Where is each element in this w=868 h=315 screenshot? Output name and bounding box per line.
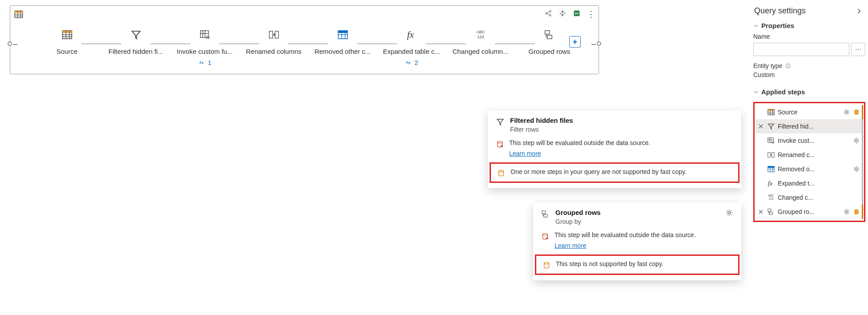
database-orange-icon: [542, 261, 551, 269]
query-diagram: ⋮ Source Filtered hidden fi... Invoke cu…: [10, 5, 599, 74]
applied-step-item[interactable]: Changed c...: [755, 190, 863, 205]
database-icon: [853, 109, 860, 116]
delete-step-icon[interactable]: [757, 123, 764, 130]
chevron-down-icon: [753, 23, 759, 28]
share-icon[interactable]: [544, 9, 552, 19]
learn-more-link[interactable]: Learn more: [509, 150, 541, 157]
info-icon[interactable]: [785, 63, 791, 69]
table-icon: [767, 108, 775, 116]
step-label: Invoke cust...: [778, 137, 850, 144]
powerquery-icon[interactable]: [573, 9, 581, 19]
step-label: Changed c...: [778, 194, 860, 201]
step-label: Removed other c...: [314, 48, 371, 55]
step-label: Removed o...: [778, 166, 850, 173]
step-linked-count[interactable]: 1: [198, 59, 211, 66]
group-icon: [541, 210, 550, 218]
fx-icon: [405, 28, 418, 41]
tooltip2-fastcopy: This step is not supported by fast copy.: [556, 260, 663, 267]
group-icon: [543, 28, 556, 41]
filter-icon: [129, 28, 143, 41]
chevron-right-icon[interactable]: [856, 8, 863, 15]
abc123-icon: [767, 194, 775, 202]
table-icon: [60, 28, 74, 41]
tooltip1-subtitle: Filter rows: [510, 126, 573, 133]
query-settings-panel: Query settings Properties Name ⋯ Entity …: [749, 0, 868, 315]
step-label: Source: [56, 48, 78, 55]
tooltip2-subtitle: Group by: [555, 218, 601, 225]
step-label: Expanded table c...: [383, 48, 440, 55]
rename-cols-icon: [267, 28, 281, 41]
learn-more-link[interactable]: Learn more: [555, 242, 587, 249]
step-label: Changed column...: [453, 48, 509, 55]
applied-step-item[interactable]: Removed o...: [755, 162, 863, 176]
table-blue-icon: [336, 28, 350, 41]
input-connector: [8, 41, 12, 46]
output-connector: [597, 41, 601, 46]
tooltip2-warning: This step will be evaluated outside the …: [555, 231, 696, 238]
filter-icon: [496, 117, 505, 126]
tooltip1-warning: This step will be evaluated outside the …: [509, 139, 651, 146]
rename-cols-icon: [767, 151, 775, 159]
table-fx-icon: [767, 137, 775, 145]
more-vertical-icon[interactable]: ⋮: [587, 10, 595, 18]
applied-step-item[interactable]: Grouped ro...: [755, 205, 863, 219]
database-warning-icon: [496, 140, 504, 148]
gear-icon[interactable]: [853, 166, 860, 173]
sidebar-title: Query settings: [754, 6, 806, 16]
properties-section-header[interactable]: Properties: [753, 20, 865, 33]
diagram-step[interactable]: Filtered hidden fi...: [101, 28, 170, 55]
applied-step-item[interactable]: Invoke cust...: [755, 133, 863, 148]
diagram-step[interactable]: Removed other c...: [308, 28, 377, 55]
diagram-step[interactable]: Source: [32, 28, 101, 55]
step-label: Grouped ro...: [778, 208, 840, 215]
diagram-step[interactable]: Changed column...: [446, 28, 515, 55]
gear-icon[interactable]: [843, 109, 850, 116]
step-label: Expanded t...: [778, 180, 860, 187]
delete-step-icon[interactable]: [757, 208, 764, 215]
steps-row: Source Filtered hidden fi... Invoke cust…: [32, 28, 585, 66]
applied-steps-header[interactable]: Applied steps: [753, 86, 865, 99]
entity-type-label: Entity type: [753, 62, 782, 69]
name-more-button[interactable]: ⋯: [851, 43, 865, 56]
applied-step-item[interactable]: Filtered hid...: [755, 119, 863, 133]
diagram-step[interactable]: Expanded table c... 2: [377, 28, 446, 66]
gear-icon[interactable]: [843, 208, 850, 215]
database-orange-icon: [497, 169, 505, 177]
tooltip-filtered-hidden-files: Filtered hidden files Filter rows This s…: [488, 110, 741, 188]
gear-icon[interactable]: [725, 209, 733, 217]
tooltip1-title: Filtered hidden files: [510, 117, 573, 124]
step-linked-count[interactable]: 2: [405, 59, 418, 66]
table-fx-icon: [198, 28, 212, 41]
applied-steps-list: Source Filtered hid... Invoke cust... Re…: [753, 102, 865, 222]
table-blue-icon: [767, 165, 775, 173]
applied-step-item[interactable]: Renamed c...: [755, 148, 863, 162]
database-warning-icon: [541, 232, 549, 240]
applied-step-item[interactable]: Expanded t...: [755, 176, 863, 190]
collapse-icon[interactable]: [559, 9, 567, 19]
step-label: Invoke custom fu...: [177, 48, 233, 55]
table-icon: [14, 9, 24, 19]
database-icon: [853, 208, 860, 215]
step-label: Source: [778, 109, 840, 116]
step-label: Filtered hidden fi...: [108, 48, 163, 55]
name-input[interactable]: [753, 43, 849, 56]
fx-icon: [767, 179, 775, 187]
applied-step-item[interactable]: Source: [755, 105, 863, 119]
name-label: Name: [753, 33, 865, 40]
add-step-button[interactable]: +: [569, 36, 581, 48]
entity-type-value: Custom: [753, 71, 865, 78]
chevron-down-icon: [753, 89, 759, 95]
step-label: Grouped rows: [528, 48, 570, 55]
tooltip2-title: Grouped rows: [555, 209, 601, 216]
diagram-step[interactable]: Renamed columns: [239, 28, 308, 55]
step-label: Renamed c...: [778, 151, 860, 158]
step-label: Renamed columns: [246, 48, 301, 55]
gear-icon[interactable]: [853, 137, 860, 144]
tooltip-grouped-rows: Grouped rows Group by This step will be …: [533, 202, 741, 280]
group-icon: [767, 208, 775, 216]
diagram-step[interactable]: Invoke custom fu... 1: [170, 28, 239, 66]
tooltip1-fastcopy: One or more steps in your query are not …: [510, 168, 687, 175]
abc123-icon: [474, 28, 487, 41]
filter-icon: [767, 122, 775, 130]
step-label: Filtered hid...: [778, 123, 860, 130]
